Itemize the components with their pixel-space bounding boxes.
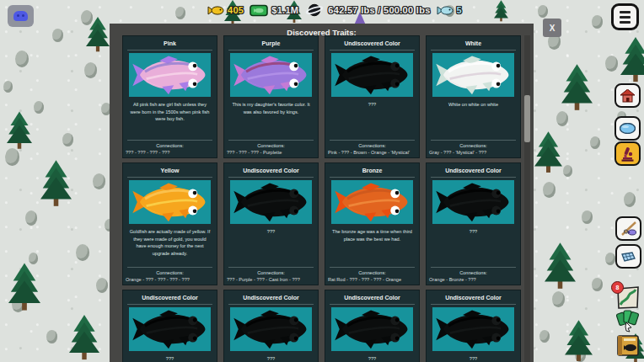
connections-label: Connections:: [325, 268, 419, 276]
menu-button[interactable]: [611, 3, 639, 30]
fish-image: [230, 180, 312, 224]
trait-description: ???: [224, 226, 318, 267]
fish-image: [129, 180, 211, 224]
microscope-icon: [620, 146, 635, 162]
trait-description: ???: [325, 353, 419, 362]
trait-card[interactable]: Undiscovered Color ??? Connections: Oran…: [426, 162, 521, 285]
home-icon: [620, 89, 635, 103]
trait-name: Undiscovered Color: [123, 290, 217, 304]
trait-card[interactable]: Undiscovered Color ???: [426, 290, 521, 362]
weight-current-max: 642.57 lbs / 500.00 lbs: [328, 5, 430, 15]
pebble: [3, 81, 13, 93]
trait-card[interactable]: Undiscovered Color ??? Connections: ??? …: [223, 162, 319, 285]
fish-image: [432, 307, 514, 351]
money-resource: $1.1M: [250, 4, 298, 17]
fish-illustration: [333, 181, 411, 223]
trait-name: Undiscovered Color: [224, 163, 318, 177]
map-button[interactable]: 8: [615, 285, 641, 309]
pebble: [175, 7, 185, 19]
pond-icon: [620, 123, 636, 134]
rare-fish-count: 5: [457, 5, 462, 15]
trait-name: Undiscovered Color: [427, 163, 520, 177]
trait-name: Bronze: [325, 163, 419, 177]
divider: [228, 50, 314, 51]
fish-illustration: [131, 181, 209, 223]
pebble: [93, 173, 105, 189]
fish-count: 405: [228, 5, 244, 15]
trait-card[interactable]: Bronze The bronze age was a time when th…: [325, 162, 420, 285]
fish-image: [230, 307, 312, 351]
net-icon: [620, 251, 636, 263]
fish-illustration: [434, 54, 513, 96]
pebble: [582, 210, 593, 224]
pebble: [52, 29, 63, 42]
trait-card[interactable]: Purple This is my daughter's favorite co…: [223, 35, 319, 158]
trait-card[interactable]: Pink All pink fish are girl fish unless …: [122, 35, 217, 158]
connections-label: Connections:: [224, 141, 318, 149]
fish-illustration: [232, 54, 310, 96]
close-button[interactable]: X: [543, 19, 561, 37]
pine-tree: [40, 160, 72, 210]
discord-icon[interactable]: [8, 5, 34, 27]
connections-list: Gray - ??? - 'Mystical' - ???: [427, 149, 520, 157]
pebble: [15, 51, 29, 67]
trait-name: Pink: [123, 36, 217, 50]
trait-card[interactable]: Yellow Goldfish are actually made of yel…: [122, 162, 217, 285]
trait-card[interactable]: Undiscovered Color ???: [122, 290, 217, 362]
pebble: [25, 210, 37, 226]
money-amount: $1.1M: [271, 5, 298, 15]
research-button[interactable]: [614, 141, 641, 166]
connections-list: Pink - ??? - Brown - Orange - 'Mystical': [325, 149, 419, 157]
trait-name: Undiscovered Color: [427, 290, 520, 304]
connections-label: Connections:: [224, 268, 318, 276]
fishing-rod-button[interactable]: [615, 216, 641, 241]
pine-tree: [545, 242, 576, 293]
rare-fish-resource: 5: [437, 5, 462, 16]
divider: [431, 304, 516, 305]
money-icon: [250, 4, 268, 17]
fish-image: [331, 307, 413, 351]
pond-button[interactable]: [614, 116, 641, 141]
trait-card[interactable]: White White on white on white Connection…: [426, 35, 521, 158]
connections-label: Connections:: [427, 268, 520, 276]
home-button[interactable]: [614, 83, 641, 108]
divider: [127, 50, 212, 51]
fish-illustration: [333, 54, 411, 96]
fish-illustration: [434, 181, 513, 223]
journal-button[interactable]: [615, 333, 641, 357]
fishing-rod-icon: [620, 221, 637, 237]
pine-tree: [494, 0, 508, 25]
pebble: [590, 136, 600, 149]
trait-name: Yellow: [123, 163, 217, 177]
trait-description: This is my daughter's favorite color. It…: [224, 98, 318, 140]
weight-limit-icon: [304, 3, 325, 18]
pebble: [96, 278, 108, 293]
trait-description: All pink fish are girl fish unless they …: [123, 98, 217, 140]
net-button[interactable]: [615, 244, 641, 269]
scrollbar-thumb[interactable]: [524, 95, 530, 142]
divider: [228, 177, 314, 178]
trait-card[interactable]: Undiscovered Color ??? Connections: Pink…: [325, 35, 420, 158]
connections-label: Connections:: [123, 141, 217, 149]
trait-description: The bronze age was a time when third pla…: [325, 226, 419, 267]
connections-list: Orange - ??? - ??? - ??? - ???: [123, 276, 217, 285]
trait-card[interactable]: Undiscovered Color ???: [223, 290, 319, 362]
trait-name: Undiscovered Color: [224, 290, 318, 304]
connections-list: ??? - ??? - ??? - ???: [123, 149, 217, 157]
connections-label: Connections:: [427, 141, 520, 149]
fish-illustration: [434, 308, 513, 350]
pine-tree: [561, 64, 593, 114]
fish-journal-icon: [616, 334, 640, 357]
trait-description: ???: [123, 353, 217, 362]
divider: [330, 177, 415, 178]
pine-tree: [86, 17, 110, 56]
pine-tree: [8, 263, 40, 315]
trait-card[interactable]: Undiscovered Color ???: [325, 290, 420, 362]
pebble: [552, 291, 565, 307]
fish-image: [230, 53, 312, 97]
pebble: [84, 62, 97, 78]
cards-button[interactable]: [615, 309, 641, 333]
pine-tree: [534, 131, 562, 177]
modal-scrollbar[interactable]: [524, 35, 530, 362]
fish-count-resource: 405: [207, 5, 244, 16]
